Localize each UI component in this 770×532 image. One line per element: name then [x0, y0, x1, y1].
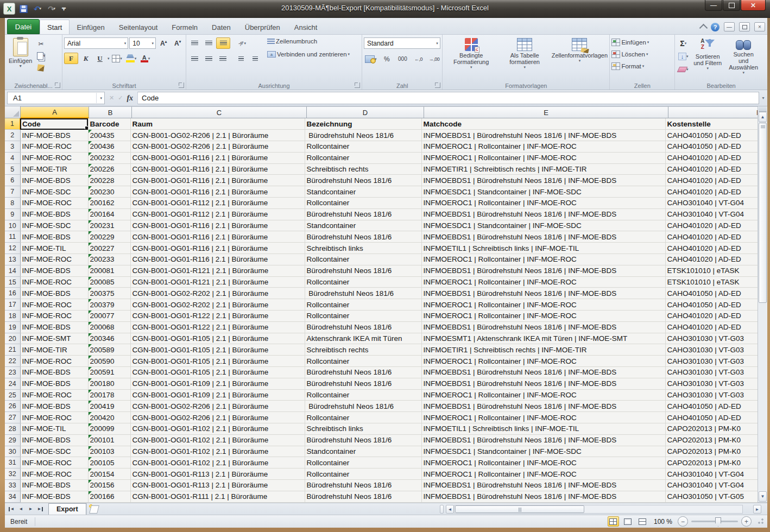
grow-font-button[interactable]: A▴: [157, 38, 170, 48]
cell[interactable]: 200233: [88, 254, 130, 265]
cell[interactable]: CAPO202013 | PM-K0: [665, 446, 758, 457]
row-header[interactable]: 18: [5, 311, 20, 322]
cell[interactable]: CGN-B001-OG01-R116 | 2.1 | Büroräume: [130, 163, 305, 175]
cell[interactable]: 200589: [88, 344, 130, 356]
cell[interactable]: CGN-B001-OG01-R105 | 2.1 | Büroräume: [130, 333, 305, 344]
row-header[interactable]: 22: [5, 356, 20, 367]
cell[interactable]: INFMOEBDS1 | Bürodrehstuhl Neos 181/6 | …: [421, 321, 665, 333]
paste-button[interactable]: Einfügen ▼: [7, 36, 34, 77]
format-painter-button[interactable]: [34, 62, 47, 73]
cell[interactable]: Bürodrehstuhl Neos 181/6: [305, 321, 421, 333]
align-middle-button[interactable]: [202, 38, 215, 48]
cell[interactable]: CAHO301040 | VT-G04: [665, 198, 758, 209]
cell[interactable]: INF-MOE-BDS: [20, 378, 88, 389]
cell[interactable]: INFMOEBDS1 | Bürodrehstuhl Neos 181/6 | …: [421, 480, 665, 491]
row-header[interactable]: 19: [5, 321, 20, 333]
cell[interactable]: Bürodrehstuhl Neos 181/6: [305, 367, 421, 378]
align-left-button[interactable]: [188, 54, 201, 64]
select-all-corner[interactable]: [5, 106, 21, 118]
cell[interactable]: Schreibtisch rechts: [305, 163, 421, 175]
cell[interactable]: Aktenschrank IKEA mit Türen: [305, 333, 421, 344]
tab-daten[interactable]: Daten: [205, 20, 238, 34]
cell[interactable]: INF-MOE-ROC: [20, 468, 88, 480]
row-header[interactable]: 16: [5, 288, 20, 299]
cell[interactable]: Rollcontainer: [305, 311, 421, 322]
cell[interactable]: INFMOEROC1 | Rollcontainer | INF-MOE-ROC: [421, 141, 665, 153]
cell[interactable]: INFMOEBDS1 | Bürodrehstuhl Neos 181/6 | …: [421, 208, 665, 220]
workbook-minimize-button[interactable]: —: [724, 22, 735, 31]
zoom-in-button[interactable]: +: [741, 516, 752, 527]
cell[interactable]: CGN-B001-OG01-R111 | 2.1 | Büroräume: [130, 491, 305, 502]
cell[interactable]: CAHO301050 | VT-G05: [665, 491, 758, 502]
cell[interactable]: 200229: [88, 231, 130, 243]
cell[interactable]: CGN-B001-OG01-R122 | 2.1 | Büroräume: [130, 321, 305, 333]
dialog-launcher-icon[interactable]: [435, 83, 440, 88]
cell[interactable]: INF-MOE-BDS: [20, 130, 88, 141]
resize-grip[interactable]: [757, 518, 764, 525]
cell[interactable]: CAHO401020 | AD-ED: [665, 243, 758, 254]
cell[interactable]: CAHO401020 | AD-ED: [665, 175, 758, 186]
cell[interactable]: Raum: [130, 118, 305, 130]
column-header-a[interactable]: A: [21, 106, 89, 118]
increase-indent-button[interactable]: [249, 54, 262, 64]
cell[interactable]: Rollcontainer: [305, 389, 421, 401]
scroll-down-icon[interactable]: ▼: [759, 491, 767, 502]
zoom-slider[interactable]: [691, 521, 738, 522]
vertical-scrollbar[interactable]: ▲ ▼: [758, 106, 767, 503]
tab-datei[interactable]: Datei: [7, 19, 40, 34]
cell[interactable]: CAHO301030 | VT-G03: [665, 333, 758, 344]
sort-filter-button[interactable]: AZ Sortieren und Filtern ▾: [690, 36, 725, 77]
row-header[interactable]: 25: [5, 389, 20, 401]
cell[interactable]: CAHO401020 | AD-ED: [665, 163, 758, 175]
cell[interactable]: INFMOETIL1 | Schreibtisch links | INF-MO…: [421, 243, 665, 254]
decrease-indent-button[interactable]: [235, 54, 248, 64]
cell[interactable]: CAHO301030 | VT-G03: [665, 378, 758, 389]
increase-decimal-button[interactable]: ←,0: [412, 54, 425, 64]
cell[interactable]: CGN-B001-OG01-R112 | 2.1 | Büroräume: [130, 208, 305, 220]
fill-button[interactable]: ↓▾: [677, 51, 690, 61]
cell[interactable]: 200103: [88, 446, 130, 457]
cell[interactable]: Rollcontainer: [305, 356, 421, 367]
row-header[interactable]: 28: [5, 423, 20, 435]
cell[interactable]: INF-MOE-TIL: [20, 243, 88, 254]
cell[interactable]: 200101: [88, 434, 130, 446]
column-header-c[interactable]: C: [132, 106, 307, 118]
decrease-decimal-button[interactable]: →,00: [427, 54, 440, 64]
cell[interactable]: CGN-B001-OG01-R116 | 2.1 | Büroräume: [130, 243, 305, 254]
fill-color-button[interactable]: ▾: [125, 53, 138, 64]
cell[interactable]: 200232: [88, 152, 130, 163]
cell[interactable]: Bürodrehstuhl Neos 181/6: [305, 288, 421, 299]
cell[interactable]: INFMOESDC1 | Standcontainer | INF-MOE-SD…: [421, 446, 665, 457]
row-header[interactable]: 5: [5, 163, 20, 175]
dialog-launcher-icon[interactable]: [179, 83, 184, 88]
row-header[interactable]: 24: [5, 378, 20, 389]
cell[interactable]: INF-MOE-ROC: [20, 276, 88, 288]
workbook-restore-button[interactable]: [739, 22, 750, 31]
row-header[interactable]: 7: [5, 186, 20, 198]
cell[interactable]: Rollcontainer: [305, 299, 421, 311]
page-layout-view-button[interactable]: [622, 516, 634, 527]
cell[interactable]: CGN-B001-OG02-R206 | 2.1 | Büroräume: [130, 130, 305, 141]
cell[interactable]: INFMOEROC1 | Rollcontainer | INF-MOE-ROC: [421, 412, 665, 423]
zoom-slider-thumb[interactable]: [715, 517, 721, 527]
cell[interactable]: 200419: [88, 401, 130, 412]
cell[interactable]: INF-MOE-ROC: [20, 198, 88, 209]
column-header-d[interactable]: D: [307, 106, 424, 118]
cell[interactable]: INF-MOE-ROC: [20, 141, 88, 153]
italic-button[interactable]: K: [79, 53, 92, 64]
align-right-button[interactable]: [216, 54, 229, 64]
cell[interactable]: 200226: [88, 163, 130, 175]
cell-styles-button[interactable]: Zellenformatvorlagen ▾: [551, 36, 608, 77]
insert-worksheet-icon[interactable]: [89, 504, 100, 514]
row-header[interactable]: 3: [5, 141, 20, 153]
scroll-left-icon[interactable]: ◄: [446, 505, 454, 514]
cell[interactable]: CAHO301030 | VT-G03: [665, 356, 758, 367]
cell[interactable]: CAHO301030 | VT-G03: [665, 367, 758, 378]
row-header[interactable]: 4: [5, 152, 20, 163]
row-header[interactable]: 32: [5, 468, 20, 480]
paste-dropdown-icon[interactable]: ▼: [18, 64, 22, 68]
insert-function-button[interactable]: fx: [127, 94, 133, 103]
scroll-right-icon[interactable]: ►: [753, 505, 761, 514]
column-header-e[interactable]: E: [424, 106, 668, 118]
cell[interactable]: CAHO401050 | AD-ED: [665, 141, 758, 153]
